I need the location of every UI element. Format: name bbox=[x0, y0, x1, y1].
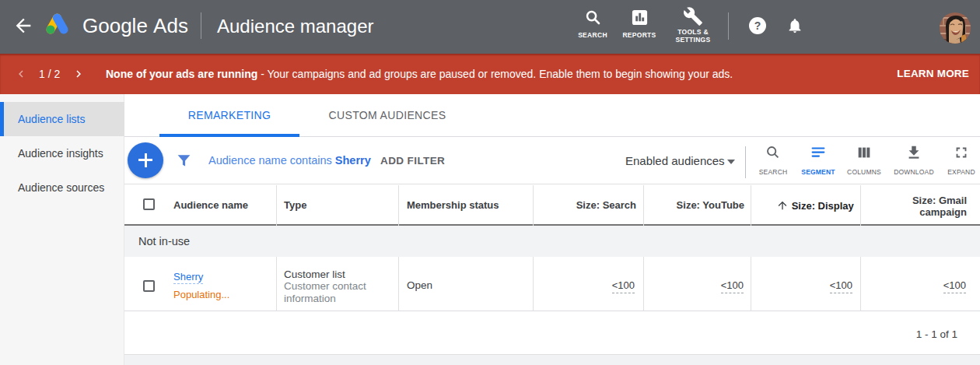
svg-text:?: ? bbox=[754, 19, 761, 32]
